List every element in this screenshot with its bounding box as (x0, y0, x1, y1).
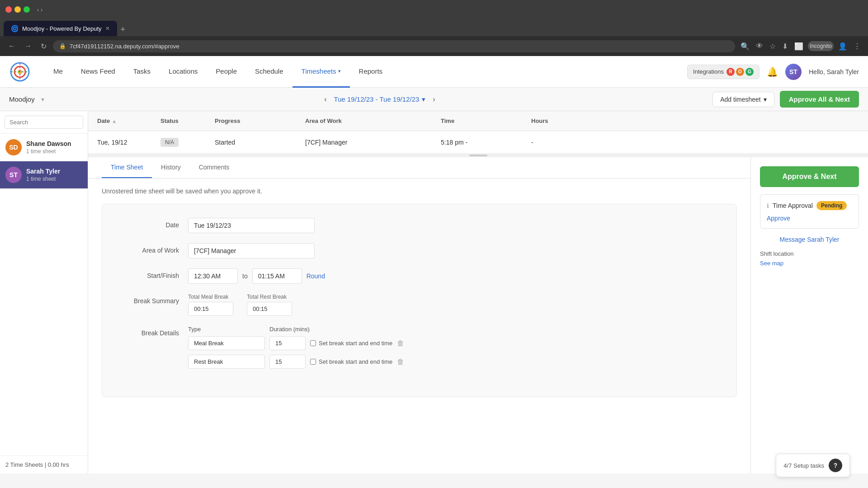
next-date-button[interactable]: › (429, 94, 439, 105)
startfinish-value: to Round (188, 268, 718, 284)
menu-icon[interactable]: ⋮ (852, 40, 863, 52)
bookmark-icon[interactable]: ☆ (768, 40, 778, 52)
approve-all-button[interactable]: Approve All & Next (780, 91, 859, 108)
reload-button[interactable]: ↻ (38, 40, 49, 52)
breadcrumb-dropdown-icon[interactable]: ▾ (38, 94, 47, 105)
nav-timesheets[interactable]: Timesheets ▾ (292, 56, 350, 88)
td-status: N/A (160, 138, 215, 147)
col-area: Area of Work (305, 117, 441, 124)
resize-divider[interactable] (88, 154, 868, 157)
approval-header: ℹ Time Approval Pending (767, 201, 852, 210)
detail-tabs: Time Sheet History Comments (88, 157, 750, 178)
startfinish-label: Start/Finish (120, 268, 179, 279)
approve-link[interactable]: Approve (767, 215, 852, 222)
col-status: Status (160, 117, 215, 124)
timesheets-dropdown-icon: ▾ (338, 68, 341, 74)
break-delete-icon-1[interactable]: 🗑 (397, 339, 404, 347)
break-duration-input-2[interactable] (269, 355, 306, 369)
breadcrumb-name: Moodjoy (9, 95, 35, 103)
close-button[interactable] (5, 6, 12, 13)
break-type-input-2[interactable] (188, 355, 265, 369)
list-item[interactable]: ST Sarah Tyler 1 time sheet (0, 161, 88, 189)
sort-icon[interactable]: ▲ (112, 118, 117, 124)
main-content: SD Shane Dawson 1 time sheet ST Sarah Ty… (0, 111, 868, 474)
breadcrumb-bar: Moodjoy ▾ ‹ Tue 19/12/23 - Tue 19/12/23 … (0, 88, 868, 111)
integrations-button[interactable]: Integrations R O G (687, 65, 760, 79)
total-meal-break-input[interactable] (188, 302, 233, 316)
search-input[interactable] (5, 116, 83, 129)
setup-progress: 4/7 Setup tasks (783, 462, 824, 469)
date-dropdown-icon: ▾ (422, 95, 425, 103)
left-sidebar: SD Shane Dawson 1 time sheet ST Sarah Ty… (0, 111, 88, 474)
forward-button[interactable]: → (22, 40, 34, 52)
nav-reports[interactable]: Reports (350, 56, 392, 88)
set-break-time-checkbox-2[interactable]: Set break start and end time (310, 358, 392, 365)
divider-handle (469, 155, 487, 156)
dot-green: G (745, 68, 754, 76)
set-break-time-checkbox-1[interactable]: Set break start and end time (310, 340, 392, 347)
area-label: Area of Work (120, 243, 179, 254)
search-icon[interactable]: 🔍 (739, 40, 751, 52)
nav-items: Me News Feed Tasks Locations People Sche… (44, 56, 687, 88)
notifications-icon[interactable]: 🔔 (767, 66, 778, 77)
download-icon[interactable]: ⬇ (780, 40, 790, 52)
approve-next-button[interactable]: Approve & Next (760, 166, 859, 187)
item-info: Shane Dawson 1 time sheet (26, 140, 82, 155)
nav-news-feed[interactable]: News Feed (72, 56, 124, 88)
area-select[interactable]: [7CF] Manager (188, 243, 315, 258)
round-button[interactable]: Round (307, 272, 325, 280)
form-card: Date Area of Work [7CF] Manage (102, 204, 737, 397)
nav-people[interactable]: People (207, 56, 246, 88)
finish-time-input[interactable] (252, 268, 302, 284)
tab-history[interactable]: History (152, 157, 190, 178)
back-button[interactable]: ← (5, 40, 18, 52)
nav-me[interactable]: Me (44, 56, 72, 88)
td-date: Tue, 19/12 (97, 139, 160, 146)
nav-schedule[interactable]: Schedule (246, 56, 292, 88)
reader-icon[interactable]: 👁 (754, 40, 765, 52)
set-break-time-check-1[interactable] (310, 340, 316, 346)
approval-title: Time Approval (773, 202, 813, 209)
new-tab-button[interactable]: + (117, 23, 129, 36)
break-type-header: Type (188, 326, 269, 333)
nav-tasks[interactable]: Tasks (124, 56, 160, 88)
see-map-link[interactable]: See map (760, 260, 859, 267)
maximize-button[interactable] (24, 6, 30, 13)
help-button[interactable]: ? (829, 459, 842, 472)
minimize-button[interactable] (14, 6, 21, 13)
nav-locations[interactable]: Locations (160, 56, 207, 88)
break-delete-icon-2[interactable]: 🗑 (397, 358, 404, 366)
break-duration-input-1[interactable] (269, 336, 306, 350)
detail-main: Time Sheet History Comments Unrostered t… (88, 157, 750, 474)
incognito-badge: Incognito (808, 41, 834, 51)
app-logo[interactable] (9, 61, 31, 83)
timesheet-list: SD Shane Dawson 1 time sheet ST Sarah Ty… (0, 134, 88, 455)
extensions-icon[interactable]: ⬜ (793, 40, 805, 52)
back-forward-group[interactable]: ‹ › (37, 6, 42, 13)
tab-comments[interactable]: Comments (190, 157, 239, 178)
break-type-input-1[interactable] (188, 336, 265, 350)
set-break-time-check-2[interactable] (310, 359, 316, 365)
date-input[interactable] (188, 218, 315, 233)
date-range[interactable]: Tue 19/12/23 - Tue 19/12/23 ▾ (334, 95, 426, 103)
breadcrumb-right: Add timesheet ▾ Approve All & Next (712, 91, 859, 108)
break-details-row: Break Details Type Duration (mins) (120, 326, 718, 373)
active-tab[interactable]: 🌀 Moodjoy - Powered By Deputy ✕ (4, 21, 117, 36)
add-timesheet-button[interactable]: Add timesheet ▾ (712, 92, 774, 107)
message-link[interactable]: Message Sarah Tyler (760, 236, 859, 243)
nav-right: Integrations R O G 🔔 ST Hello, Sarah Tyl… (687, 64, 859, 80)
prev-date-button[interactable]: ‹ (321, 94, 330, 105)
table-row[interactable]: Tue, 19/12 N/A Started [7CF] Manager 5:1… (88, 131, 868, 154)
tab-close-icon[interactable]: ✕ (105, 25, 110, 32)
tab-title: Moodjoy - Powered By Deputy (22, 25, 102, 32)
tab-timesheet[interactable]: Time Sheet (102, 157, 152, 178)
break-summary: Total Meal Break Total Rest Break (188, 294, 718, 316)
start-time-input[interactable] (188, 268, 238, 284)
address-bar[interactable]: 🔒 7cf47d19112152.na.deputy.com/#approve (53, 40, 735, 52)
pending-badge: Pending (816, 201, 847, 210)
tab-favicon: 🌀 (11, 25, 19, 32)
profile-icon[interactable]: 👤 (836, 40, 849, 52)
list-item[interactable]: SD Shane Dawson 1 time sheet (0, 134, 88, 161)
time-row: to Round (188, 268, 718, 284)
total-rest-break-input[interactable] (247, 302, 292, 316)
